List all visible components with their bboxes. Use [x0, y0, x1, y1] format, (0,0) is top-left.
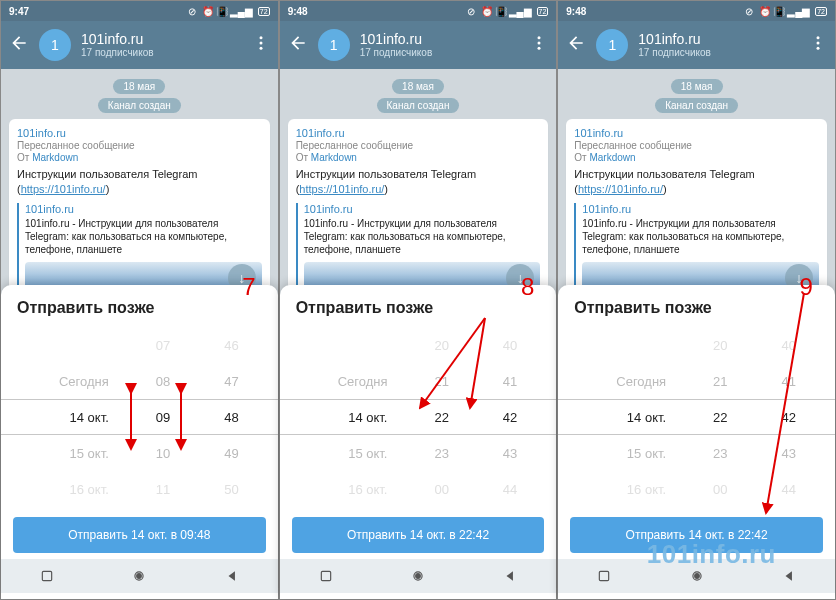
message-bubble[interactable]: 101info.ru Пересланное сообщение От Mark…: [566, 119, 827, 304]
svg-point-2: [259, 47, 262, 50]
svg-point-18: [816, 47, 819, 50]
hour-column[interactable]: 20 21 22 23 00: [686, 327, 754, 507]
back-icon[interactable]: [9, 33, 29, 57]
message-text: Инструкции пользователя Telegram (https:…: [574, 167, 819, 197]
nav-recent-icon[interactable]: [595, 567, 613, 585]
channel-avatar[interactable]: 1: [596, 29, 628, 61]
nav-home-icon[interactable]: [130, 567, 148, 585]
battery-icon: 72: [258, 7, 270, 16]
message-text: Инструкции пользователя Telegram (https:…: [296, 167, 541, 197]
system-message: Канал создан: [566, 98, 827, 113]
message-sender: 101info.ru: [296, 127, 541, 139]
nav-back-icon[interactable]: [501, 567, 519, 585]
message-bubble[interactable]: 101info.ru Пересланное сообщение От Mark…: [288, 119, 549, 304]
chat-header[interactable]: 1 101info.ru 17 подписчиков: [280, 21, 557, 69]
nav-back-icon[interactable]: [223, 567, 241, 585]
channel-subtitle: 17 подписчиков: [360, 47, 521, 59]
android-navbar: [1, 559, 278, 593]
svg-point-22: [694, 574, 699, 579]
channel-title: 101info.ru: [360, 31, 521, 48]
preview-description: 101info.ru - Инструкции для пользователя…: [304, 217, 541, 256]
alarm-icon: ⏰: [759, 6, 769, 16]
message-link[interactable]: https://101info.ru/: [21, 183, 106, 195]
status-bar: 9:48 ⊘ ⏰ 📳 ▂▄▆ 72: [558, 1, 835, 21]
channel-subtitle: 17 подписчиков: [638, 47, 799, 59]
nav-recent-icon[interactable]: [38, 567, 56, 585]
day-column[interactable]: Сегодня 14 окт. 15 окт. 16 окт.: [13, 327, 129, 507]
forward-from: От Markdown: [296, 152, 541, 163]
link-preview[interactable]: 101info.ru 101info.ru - Инструкции для п…: [17, 203, 262, 296]
channel-title: 101info.ru: [81, 31, 242, 48]
status-bar: 9:48 ⊘ ⏰ 📳 ▂▄▆ 72: [280, 1, 557, 21]
vibrate-icon: 📳: [495, 6, 505, 16]
preview-title: 101info.ru: [304, 203, 541, 215]
system-message: Канал создан: [9, 98, 270, 113]
channel-avatar[interactable]: 1: [318, 29, 350, 61]
signal-icon: ▂▄▆: [230, 6, 240, 16]
channel-avatar[interactable]: 1: [39, 29, 71, 61]
nav-home-icon[interactable]: [688, 567, 706, 585]
day-column[interactable]: Сегодня 14 окт. 15 окт. 16 окт.: [292, 327, 408, 507]
preview-title: 101info.ru: [582, 203, 819, 215]
vibrate-icon: 📳: [773, 6, 783, 16]
nav-recent-icon[interactable]: [317, 567, 335, 585]
dnd-icon: ⊘: [188, 6, 198, 16]
date-time-picker[interactable]: Сегодня 14 окт. 15 окт. 16 окт. 20 21 22…: [558, 327, 835, 507]
minute-column[interactable]: 46 47 48 49 50: [197, 327, 265, 507]
link-preview[interactable]: 101info.ru 101info.ru - Инструкции для п…: [574, 203, 819, 296]
forward-label: Пересланное сообщение: [296, 140, 541, 151]
back-icon[interactable]: [288, 33, 308, 57]
svg-point-16: [816, 36, 819, 39]
status-icons: ⊘ ⏰ 📳 ▂▄▆ 72: [745, 6, 827, 16]
wifi-icon: [523, 6, 533, 16]
hour-column[interactable]: 07 08 09 10 11: [129, 327, 197, 507]
message-link[interactable]: https://101info.ru/: [578, 183, 663, 195]
date-chip: 18 мая: [566, 79, 827, 94]
svg-point-7: [137, 574, 142, 579]
svg-rect-20: [600, 571, 609, 580]
screen-3: 9:48 ⊘ ⏰ 📳 ▂▄▆ 72 1 101info.ru 17 подпис…: [557, 0, 836, 600]
more-icon[interactable]: [809, 34, 827, 56]
hour-column[interactable]: 20 21 22 23 00: [407, 327, 475, 507]
nav-home-icon[interactable]: [409, 567, 427, 585]
status-bar: 9:47 ⊘ ⏰ 📳 ▂▄▆ 72: [1, 1, 278, 21]
android-navbar: [280, 559, 557, 593]
schedule-sheet: Отправить позже 9 Сегодня 14 окт. 15 окт…: [558, 285, 835, 599]
more-icon[interactable]: [252, 34, 270, 56]
back-icon[interactable]: [566, 33, 586, 57]
more-icon[interactable]: [530, 34, 548, 56]
date-time-picker[interactable]: Сегодня 14 окт. 15 окт. 16 окт. 07 08 09…: [1, 327, 278, 507]
svg-point-9: [538, 42, 541, 45]
minute-column[interactable]: 40 41 42 43 44: [755, 327, 823, 507]
schedule-sheet: Отправить позже 7 Сегодня 14 окт. 15 окт…: [1, 285, 278, 599]
status-time: 9:48: [288, 6, 308, 17]
date-time-picker[interactable]: Сегодня 14 окт. 15 окт. 16 окт. 20 21 22…: [280, 327, 557, 507]
minute-column[interactable]: 40 41 42 43 44: [476, 327, 544, 507]
status-time: 9:48: [566, 6, 586, 17]
annotation-step-9: 9: [800, 273, 813, 301]
svg-rect-5: [42, 571, 51, 580]
status-icons: ⊘ ⏰ 📳 ▂▄▆ 72: [467, 6, 549, 16]
svg-rect-13: [321, 571, 330, 580]
message-link[interactable]: https://101info.ru/: [299, 183, 384, 195]
svg-point-1: [259, 42, 262, 45]
dnd-icon: ⊘: [467, 6, 477, 16]
svg-point-0: [259, 36, 262, 39]
channel-subtitle: 17 подписчиков: [81, 47, 242, 59]
chat-header[interactable]: 1 101info.ru 17 подписчиков: [1, 21, 278, 69]
date-chip: 18 мая: [288, 79, 549, 94]
send-schedule-button[interactable]: Отправить 14 окт. в 09:48: [13, 517, 266, 553]
day-column[interactable]: Сегодня 14 окт. 15 окт. 16 окт.: [570, 327, 686, 507]
chat-header[interactable]: 1 101info.ru 17 подписчиков: [558, 21, 835, 69]
channel-title: 101info.ru: [638, 31, 799, 48]
send-schedule-button[interactable]: Отправить 14 окт. в 22:42: [570, 517, 823, 553]
send-schedule-button[interactable]: Отправить 14 окт. в 22:42: [292, 517, 545, 553]
message-sender: 101info.ru: [17, 127, 262, 139]
annotation-step-8: 8: [521, 273, 534, 301]
nav-back-icon[interactable]: [780, 567, 798, 585]
wifi-icon: [244, 6, 254, 16]
message-bubble[interactable]: 101info.ru Пересланное сообщение От Mark…: [9, 119, 270, 304]
sheet-title: Отправить позже: [1, 285, 278, 327]
screen-1: 9:47 ⊘ ⏰ 📳 ▂▄▆ 72 1 101info.ru 17 подпис…: [0, 0, 279, 600]
link-preview[interactable]: 101info.ru 101info.ru - Инструкции для п…: [296, 203, 541, 296]
